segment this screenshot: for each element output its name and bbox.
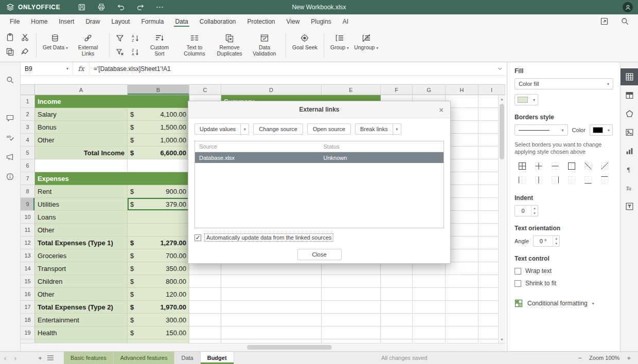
- zoom-out-button[interactable]: −: [578, 354, 582, 362]
- text-art-settings-button[interactable]: Ta: [621, 179, 638, 196]
- external-links-button[interactable]: External Links: [70, 30, 105, 60]
- cell-B20[interactable]: $150.00: [128, 339, 189, 343]
- cell-A12[interactable]: Total Expenses (Type 1): [35, 236, 128, 249]
- cell-C14[interactable]: [189, 262, 221, 275]
- cell-G16[interactable]: [413, 288, 446, 301]
- cell-D17[interactable]: [221, 301, 322, 314]
- cell-B13[interactable]: $700.00: [128, 249, 189, 262]
- redo-button[interactable]: [134, 1, 147, 13]
- table-settings-button[interactable]: [621, 87, 638, 104]
- cell-A2[interactable]: Salary: [35, 108, 128, 121]
- cell-F19[interactable]: [381, 326, 413, 339]
- menu-tab-view[interactable]: View: [281, 14, 306, 28]
- dialog-header[interactable]: External links: [188, 101, 450, 118]
- wrap-text-label[interactable]: Wrap text: [525, 267, 552, 275]
- border-color-button[interactable]: ▾: [590, 124, 613, 136]
- auto-update-checkbox[interactable]: [194, 234, 201, 241]
- sheet-tab-budget[interactable]: Budget: [201, 352, 234, 364]
- spellcheck-button[interactable]: ab: [2, 129, 19, 145]
- row-header-18[interactable]: 18: [21, 314, 35, 326]
- data-validation-button[interactable]: Data Validation: [247, 30, 282, 60]
- fill-type-select[interactable]: Color fill▾: [515, 78, 613, 89]
- cell-C16[interactable]: [189, 288, 221, 301]
- scroll-up-icon[interactable]: ▲: [499, 95, 505, 102]
- menu-tab-home[interactable]: Home: [25, 14, 53, 28]
- cell-B19[interactable]: $150.00: [128, 326, 189, 339]
- border-inside-button[interactable]: [531, 159, 546, 172]
- angle-up-icon[interactable]: ▲: [553, 236, 559, 241]
- column-header-E[interactable]: E: [322, 85, 381, 95]
- cell-B8[interactable]: $900.00: [128, 185, 189, 198]
- cell-B18[interactable]: $300.00: [128, 314, 189, 326]
- menu-tab-layout[interactable]: Layout: [105, 14, 135, 28]
- break-links-chevron-icon[interactable]: ▾: [393, 124, 401, 134]
- cell-E16[interactable]: [322, 288, 381, 301]
- fill-color-button[interactable]: ▾: [515, 94, 538, 105]
- cell-G15[interactable]: [413, 275, 446, 288]
- external-link-row[interactable]: Database.xlsxUnknown: [195, 152, 444, 163]
- horizontal-scroll-thumb[interactable]: [247, 345, 332, 350]
- row-header-2[interactable]: 2: [21, 108, 35, 121]
- cell-A6[interactable]: [35, 159, 128, 172]
- column-header-H[interactable]: H: [446, 85, 478, 95]
- shape-settings-button[interactable]: [621, 105, 638, 122]
- row-header-1[interactable]: 1: [21, 95, 35, 108]
- column-header-D[interactable]: D: [221, 85, 322, 95]
- menu-tab-ai[interactable]: AI: [337, 14, 354, 28]
- image-settings-button[interactable]: [621, 124, 638, 141]
- cell-B14[interactable]: $350.00: [128, 262, 189, 275]
- border-diagonal-down-button[interactable]: [580, 159, 595, 172]
- cell-B12[interactable]: $1,279.00: [128, 236, 189, 249]
- cell-E18[interactable]: [322, 314, 381, 326]
- indent-stepper[interactable]: 0 ▲▼: [515, 205, 538, 216]
- menu-tab-plugins[interactable]: Plugins: [305, 14, 336, 28]
- ungroup-button[interactable]: Ungroup ▾: [351, 30, 381, 60]
- cell-H15[interactable]: [446, 275, 478, 288]
- insert-function-button[interactable]: fx: [73, 62, 90, 75]
- paragraph-settings-button[interactable]: ¶: [621, 161, 638, 178]
- border-line-style-select[interactable]: ▾: [515, 124, 568, 136]
- border-right-button[interactable]: [547, 173, 562, 186]
- dialog-close-icon[interactable]: [437, 105, 446, 114]
- change-source-button[interactable]: Change source: [253, 123, 303, 135]
- row-header-7[interactable]: 7: [21, 172, 35, 185]
- indent-up-icon[interactable]: ▲: [531, 206, 538, 211]
- cell-A15[interactable]: Children: [35, 275, 128, 288]
- cut-button[interactable]: [18, 31, 31, 43]
- border-outside-button[interactable]: [564, 159, 579, 172]
- cell-A14[interactable]: Transport: [35, 262, 128, 275]
- border-all-button[interactable]: [515, 159, 529, 172]
- border-diagonal-up-button[interactable]: [597, 159, 612, 172]
- cell-H14[interactable]: [446, 262, 478, 275]
- menu-tab-data[interactable]: Data: [169, 14, 193, 28]
- cell-B4[interactable]: $1,000.00: [128, 134, 189, 147]
- cell-A4[interactable]: Other: [35, 134, 128, 147]
- find-button[interactable]: [2, 71, 19, 88]
- open-source-button[interactable]: Open source: [307, 123, 351, 135]
- shrink-to-fit-label[interactable]: Shrink to fit: [525, 280, 556, 287]
- column-header-B[interactable]: B: [128, 85, 189, 95]
- comments-button[interactable]: [2, 110, 19, 126]
- sheet-list-button[interactable]: [45, 352, 56, 364]
- cell-B16[interactable]: $120.00: [128, 288, 189, 301]
- cell-C20[interactable]: [189, 339, 221, 343]
- conditional-formatting-button[interactable]: Conditional formatting ▾: [515, 299, 613, 307]
- formula-input[interactable]: ='[Database.xlsx]Sheet1'!A1: [90, 65, 494, 72]
- cell-F16[interactable]: [381, 288, 413, 301]
- cell-D19[interactable]: [221, 326, 322, 339]
- sort-ascending-button[interactable]: AZ: [129, 32, 142, 44]
- row-header-10[interactable]: 10: [21, 211, 35, 224]
- row-header-16[interactable]: 16: [21, 288, 35, 301]
- cell-D18[interactable]: [221, 314, 322, 326]
- column-header-C[interactable]: C: [189, 85, 221, 95]
- close-button[interactable]: Close: [297, 249, 342, 260]
- cell-G18[interactable]: [413, 314, 446, 326]
- row-header-9[interactable]: 9: [21, 198, 35, 211]
- row-header-8[interactable]: 8: [21, 185, 35, 198]
- cell-E15[interactable]: [322, 275, 381, 288]
- row-header-3[interactable]: 3: [21, 121, 35, 134]
- cell-B2[interactable]: $4,100.00: [128, 108, 189, 121]
- source-column-header[interactable]: Source: [195, 143, 320, 150]
- cell-E14[interactable]: [322, 262, 381, 275]
- cell-F17[interactable]: [381, 301, 413, 314]
